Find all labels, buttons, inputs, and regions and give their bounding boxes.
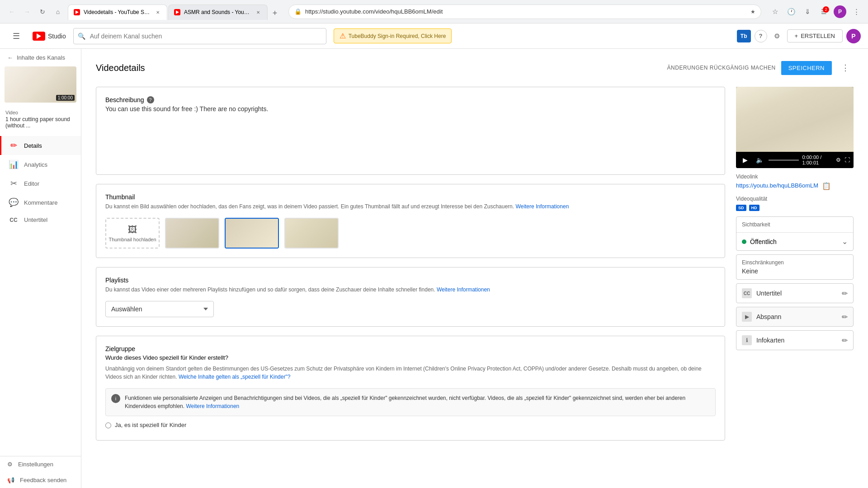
play-btn[interactable]: ▶ xyxy=(740,155,750,165)
sidebar-feedback[interactable]: 📢 Feedback senden xyxy=(0,472,81,488)
sidebar-thumbnail-container: 1:00:00 xyxy=(0,66,81,106)
video-link[interactable]: https://youtu.be/hquLBB6omLM xyxy=(736,182,818,189)
user-avatar-header[interactable]: P xyxy=(846,29,861,43)
feedback-icon: 📢 xyxy=(7,477,14,483)
new-tab-btn[interactable]: + xyxy=(269,7,281,20)
radio-yes-text: Ja, es ist speziell für Kinder xyxy=(115,422,186,428)
thumbnail-option-1[interactable] xyxy=(165,218,219,249)
search-wrapper: 🔍 xyxy=(73,28,326,44)
yt-studio-logo[interactable]: Studio xyxy=(33,32,66,41)
fullscreen-btn[interactable]: ⛶ xyxy=(844,157,850,163)
reload-btn[interactable]: ↻ xyxy=(36,5,49,18)
tubebuddy-icon-btn[interactable]: Tb xyxy=(737,30,751,42)
visibility-value: Öffentlich xyxy=(750,238,777,245)
settings-video-btn[interactable]: ⚙ xyxy=(836,157,841,163)
extensions-btn[interactable]: ☰ 2 xyxy=(817,5,830,18)
save-button[interactable]: SPEICHERN xyxy=(781,61,832,75)
zielgruppe-info-link[interactable]: Weitere Informationen xyxy=(186,403,239,409)
action-row-infokarten[interactable]: ℹ Infokarten ✏ xyxy=(736,330,854,350)
sidebar-bottom: ⚙ Einstellungen 📢 Feedback senden xyxy=(0,456,81,488)
sidebar-thumbnail: 1:00:00 xyxy=(5,66,76,103)
url-text: https://studio.youtube.com/video/hquLBB6… xyxy=(305,8,747,15)
user-avatar: P xyxy=(834,5,846,18)
yt-studio-text: Studio xyxy=(48,33,66,40)
thumbnail-upload-btn[interactable]: 🖼 Thumbnail hochladen xyxy=(105,218,160,249)
analytics-icon: 📊 xyxy=(9,160,19,169)
profile-btn[interactable]: P xyxy=(834,5,846,18)
infokarten-action-icon: ℹ xyxy=(742,335,752,345)
address-bar[interactable]: 🔒 https://studio.youtube.com/video/hquLB… xyxy=(288,5,761,19)
thumbnail-title: Thumbnail xyxy=(105,193,716,201)
thumbnail-link[interactable]: Weitere Informationen xyxy=(515,203,569,210)
action-row-untertitel[interactable]: CC Untertitel ✏ xyxy=(736,283,854,303)
help-btn[interactable]: ? xyxy=(755,30,767,42)
description-textarea[interactable] xyxy=(105,105,716,164)
untertitel-edit-icon[interactable]: ✏ xyxy=(842,289,848,298)
sidebar-settings[interactable]: ⚙ Einstellungen xyxy=(0,456,81,472)
tab-1[interactable]: Videodetails - YouTube Studio ✕ xyxy=(68,5,167,20)
sidebar-item-analytics-label: Analytics xyxy=(24,161,47,168)
volume-btn[interactable]: 🔈 xyxy=(754,155,765,165)
abspann-edit-icon[interactable]: ✏ xyxy=(842,313,848,321)
sidebar-item-kommentare[interactable]: 💬 Kommentare xyxy=(0,193,81,212)
create-button[interactable]: + ERSTELLEN xyxy=(787,29,843,42)
settings-btn[interactable]: ⚙ xyxy=(771,30,783,42)
infokarten-edit-icon[interactable]: ✏ xyxy=(842,336,848,345)
progress-bar[interactable] xyxy=(769,160,799,161)
hamburger-btn[interactable]: ☰ xyxy=(7,27,25,45)
playlists-title: Playlists xyxy=(105,277,716,284)
tab-2-title: ASMR and Sounds - YouTube xyxy=(184,9,251,15)
tab-2-close[interactable]: ✕ xyxy=(255,9,262,16)
forward-btn[interactable]: → xyxy=(21,5,33,18)
tubebuddy-banner[interactable]: ⚠ TubeBuddy Sign-in Required, Click Here xyxy=(334,28,452,43)
visibility-public: Öffentlich xyxy=(742,238,777,245)
home-btn[interactable]: ⌂ xyxy=(52,5,64,18)
more-options-btn[interactable]: ⋮ xyxy=(837,60,854,76)
video-link-label: Videolink xyxy=(736,174,854,180)
downloads-btn[interactable]: ⇓ xyxy=(801,5,814,18)
sidebar-item-untertitel[interactable]: CC Untertitel xyxy=(0,212,81,228)
thumbnail-option-2[interactable] xyxy=(225,218,279,249)
tubebuddy-warning-icon: ⚠ xyxy=(340,32,346,40)
zielgruppe-link[interactable]: Welche Inhalte gelten als „speziell für … xyxy=(179,374,291,380)
radio-yes-label[interactable]: Ja, es ist speziell für Kinder xyxy=(105,422,716,428)
search-input[interactable] xyxy=(73,28,326,44)
description-section: Beschreibung ? xyxy=(96,87,725,175)
sidebar-item-editor[interactable]: ✂ Editor xyxy=(0,174,81,193)
action-row-untertitel-left: CC Untertitel xyxy=(742,288,782,298)
zielgruppe-info-box: i Funktionen wie personalisierte Anzeige… xyxy=(105,388,716,416)
history-btn[interactable]: 🕐 xyxy=(785,5,797,18)
back-btn[interactable]: ← xyxy=(5,5,18,18)
quality-badges: SD HD xyxy=(736,205,854,211)
radio-yes[interactable] xyxy=(105,422,111,428)
bookmark-btn[interactable]: ☆ xyxy=(769,5,781,18)
copy-link-btn[interactable]: 📋 xyxy=(822,182,831,190)
untertitel-action-icon: CC xyxy=(742,288,752,298)
abspann-action-icon: ▶ xyxy=(742,312,752,322)
search-icon: 🔍 xyxy=(78,33,85,40)
visibility-chevron-icon[interactable]: ⌄ xyxy=(842,237,848,246)
playlists-link[interactable]: Weitere Informationen xyxy=(437,286,490,293)
action-row-abspann[interactable]: ▶ Abspann ✏ xyxy=(736,307,854,327)
sidebar-item-details-label: Details xyxy=(24,142,42,149)
playlists-section: Playlists Du kannst das Video einer oder… xyxy=(96,267,725,327)
video-frame-content xyxy=(736,87,854,152)
sidebar-back-btn[interactable]: ← Inhalte des Kanals xyxy=(0,49,81,66)
playlist-select[interactable]: Auswählen xyxy=(105,301,214,317)
thumbnail-option-3[interactable] xyxy=(284,218,339,249)
sidebar-item-kommentare-label: Kommentare xyxy=(24,199,57,206)
zielgruppe-question: Wurde dieses Video speziell für Kinder e… xyxy=(105,354,716,361)
tab-1-title: Videodetails - YouTube Studio xyxy=(84,9,151,15)
description-help-icon[interactable]: ? xyxy=(147,96,154,103)
undo-button[interactable]: ÄNDERUNGEN RÜCKGÄNGIG MACHEN xyxy=(667,65,776,71)
untertitel-action-label: Untertitel xyxy=(756,290,782,297)
zielgruppe-desc: Unabhängig von deinem Standort gelten di… xyxy=(105,365,716,381)
tab-2[interactable]: ASMR and Sounds - YouTube ✕ xyxy=(168,5,268,20)
settings-menu-btn[interactable]: ⋮ xyxy=(850,5,863,18)
tab-1-close[interactable]: ✕ xyxy=(154,9,161,16)
sidebar-item-analytics[interactable]: 📊 Analytics xyxy=(0,155,81,174)
video-quality-section: Videoqualität SD HD xyxy=(736,196,854,211)
sidebar-item-details[interactable]: ✏ Details xyxy=(0,136,81,155)
restrictions-value: Keine xyxy=(742,267,848,275)
browser-tabs: Videodetails - YouTube Studio ✕ ASMR and… xyxy=(68,4,281,20)
